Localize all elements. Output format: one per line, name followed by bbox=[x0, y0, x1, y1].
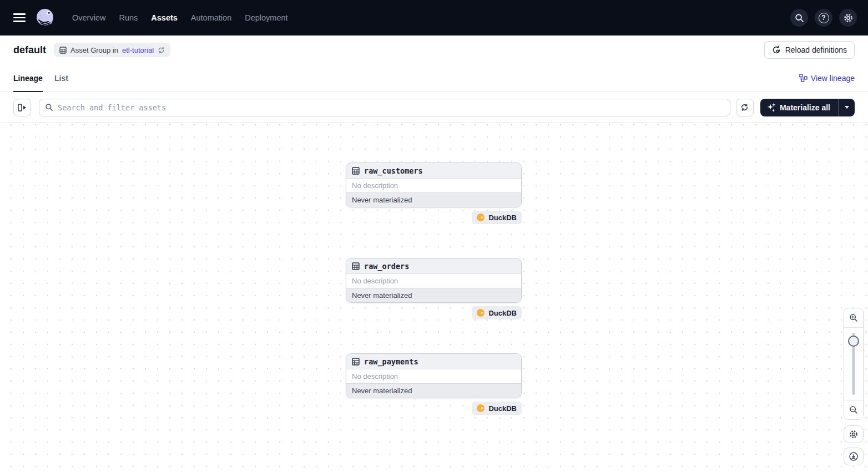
kind-tag-duckdb[interactable]: DuckDB bbox=[472, 402, 522, 415]
page-title: default bbox=[13, 44, 46, 56]
menu-icon[interactable] bbox=[13, 13, 26, 22]
settings-gear-icon[interactable] bbox=[839, 9, 857, 27]
app-root: Overview Runs Assets Automation Deployme… bbox=[0, 0, 868, 472]
materialize-options-caret[interactable] bbox=[838, 99, 855, 116]
nav-automation[interactable]: Automation bbox=[189, 10, 234, 26]
asset-status: Never materialized bbox=[346, 288, 521, 302]
zoom-slider[interactable] bbox=[844, 328, 863, 400]
duckdb-icon bbox=[477, 309, 485, 317]
view-lineage-link[interactable]: View lineage bbox=[799, 74, 855, 83]
materialize-split-button: Materialize all bbox=[760, 99, 855, 116]
kind-tag-duckdb[interactable]: DuckDB bbox=[472, 211, 522, 224]
search-icon[interactable] bbox=[790, 9, 808, 27]
lineage-settings-gear-icon[interactable] bbox=[844, 425, 864, 443]
asset-node-raw-orders[interactable]: raw_orders No description Never material… bbox=[346, 258, 522, 303]
page-header: default Asset Group in etl-tutorial Relo… bbox=[0, 35, 868, 64]
asset-node-raw-customers[interactable]: raw_customers No description Never mater… bbox=[346, 163, 522, 207]
open-sidebar-panel-icon[interactable] bbox=[13, 99, 31, 116]
code-location-link[interactable]: etl-tutorial bbox=[122, 46, 154, 54]
nav-overview[interactable]: Overview bbox=[70, 10, 108, 26]
tabs-row: Lineage List View lineage bbox=[0, 64, 868, 92]
table-icon bbox=[352, 262, 360, 270]
recenter-view-icon[interactable] bbox=[844, 448, 864, 465]
duckdb-icon bbox=[477, 404, 485, 412]
table-icon bbox=[352, 167, 360, 175]
zoom-in-icon[interactable] bbox=[844, 308, 863, 327]
asset-description: No description bbox=[346, 274, 521, 288]
reload-icon bbox=[772, 45, 781, 54]
materialize-all-button[interactable]: Materialize all bbox=[760, 99, 838, 116]
kind-tag-duckdb[interactable]: DuckDB bbox=[472, 306, 522, 319]
nav-runs[interactable]: Runs bbox=[117, 10, 140, 26]
nav-assets[interactable]: Assets bbox=[149, 10, 180, 26]
asset-name: raw_customers bbox=[364, 166, 423, 175]
lineage-canvas[interactable]: raw_customers No description Never mater… bbox=[0, 123, 868, 472]
tab-lineage[interactable]: Lineage bbox=[13, 64, 43, 92]
lineage-graph-icon bbox=[799, 74, 808, 82]
duckdb-icon bbox=[477, 214, 485, 221]
chevron-down-icon bbox=[845, 106, 849, 109]
zoom-slider-thumb[interactable] bbox=[848, 336, 859, 347]
topbar-actions: ? bbox=[790, 9, 857, 27]
search-input-icon bbox=[45, 103, 53, 111]
asset-description: No description bbox=[346, 179, 521, 192]
asset-name: raw_payments bbox=[364, 357, 418, 366]
tab-list[interactable]: List bbox=[54, 64, 68, 92]
table-icon bbox=[59, 47, 67, 54]
reload-definitions-button[interactable]: Reload definitions bbox=[764, 41, 855, 59]
lineage-toolbar: Materialize all bbox=[0, 92, 868, 123]
asset-search bbox=[39, 99, 730, 116]
refresh-lineage-icon[interactable] bbox=[736, 99, 754, 116]
dagster-logo-icon[interactable] bbox=[34, 7, 55, 28]
main-nav: Overview Runs Assets Automation Deployme… bbox=[70, 10, 290, 26]
help-icon[interactable]: ? bbox=[815, 9, 832, 27]
asset-status: Never materialized bbox=[346, 192, 521, 207]
sparkle-icon bbox=[766, 103, 776, 112]
zoom-controls bbox=[844, 308, 864, 420]
asset-group-badge: Asset Group in etl-tutorial bbox=[54, 43, 170, 57]
asset-name: raw_orders bbox=[364, 262, 409, 271]
nav-deployment[interactable]: Deployment bbox=[243, 10, 290, 26]
sync-icon[interactable] bbox=[158, 47, 165, 54]
asset-status: Never materialized bbox=[346, 383, 521, 398]
zoom-out-icon[interactable] bbox=[844, 400, 863, 419]
asset-description: No description bbox=[346, 369, 521, 383]
table-icon bbox=[352, 358, 360, 366]
asset-node-raw-payments[interactable]: raw_payments No description Never materi… bbox=[346, 353, 522, 398]
search-input[interactable] bbox=[58, 103, 724, 112]
topbar: Overview Runs Assets Automation Deployme… bbox=[0, 0, 868, 35]
asset-group-label: Asset Group in bbox=[70, 46, 118, 54]
